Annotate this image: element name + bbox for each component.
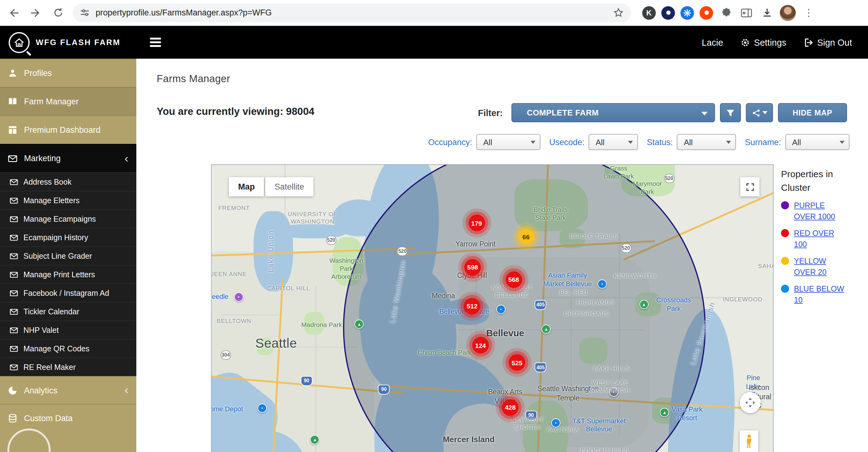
sidebar-marketing-item[interactable]: Address Book (0, 172, 136, 191)
map-poi-icon[interactable]: ▲ (355, 319, 364, 329)
downloads-button[interactable] (760, 5, 774, 20)
sidebar-marketing-item[interactable]: Facebook / Instagram Ad (0, 283, 136, 302)
map-place-label: LAKE HILLS (593, 365, 630, 372)
legend-color-dot (781, 229, 789, 237)
person-icon (8, 68, 17, 78)
filter-select[interactable]: All (785, 134, 849, 150)
extension-snowflake-icon[interactable] (680, 6, 694, 20)
filter-pair-label: Usecode: (549, 137, 585, 147)
sidebar-marketing-item[interactable]: Ecampaign History (0, 228, 136, 246)
filter-select[interactable]: All (677, 134, 736, 150)
sign-out-button[interactable]: Sign Out (804, 37, 852, 47)
map-cluster-marker[interactable]: 179 (468, 215, 485, 231)
screen: propertyprofile.us/FarmsManager.aspx?p=W… (0, 0, 868, 452)
map-cluster-marker[interactable]: 124 (472, 337, 489, 354)
browser-menu-button[interactable]: ⋮ (801, 7, 816, 19)
pegman-icon (745, 433, 753, 450)
extension-k-icon[interactable]: K (642, 6, 656, 20)
legend-color-dot (781, 285, 789, 293)
route-shield: 520 (621, 244, 631, 253)
share-button[interactable] (746, 103, 773, 122)
sidebar-marketing-item[interactable]: Subject Line Grader (0, 246, 136, 265)
browser-profile-avatar[interactable] (780, 5, 796, 21)
map-place-label: FREMONT (218, 204, 250, 212)
extension-red-icon[interactable] (700, 6, 713, 20)
envelope-icon (10, 327, 18, 333)
legend-item-label: PURPLE OVER 1000 (794, 200, 847, 222)
map-view-button[interactable]: Map (229, 177, 264, 196)
sidebar-marketing-item[interactable]: Manage QR Codes (0, 339, 136, 358)
farm-select-value: COMPLETE FARM (527, 108, 599, 117)
filter-select[interactable]: All (476, 134, 541, 150)
map-poi-icon[interactable]: ▲ (310, 435, 319, 444)
sidebar-marketing-item-label: Facebook / Instagram Ad (24, 289, 109, 297)
map-poi-icon[interactable]: ▲ (541, 324, 551, 334)
sidebar-marketing-item[interactable]: Manage Ecampaigns (0, 209, 136, 228)
sidebar-marketing-item[interactable]: Manage Print Letters (0, 265, 136, 283)
snowflake-glyph (684, 9, 691, 17)
sidebar-item-profiles[interactable]: Profiles (0, 59, 136, 87)
sidebar-marketing-item[interactable]: RE Reel Maker (0, 358, 136, 376)
sidebar-marketing-item-label: Ecampaign History (24, 233, 88, 242)
farm-select[interactable]: COMPLETE FARM (512, 103, 715, 122)
satellite-view-button[interactable]: Satellite (265, 177, 313, 196)
map-place-label: CROSSROADS (564, 310, 609, 317)
map-place-label: INGLEWOOD (723, 296, 763, 303)
map-cluster-marker[interactable]: 66 (518, 229, 534, 244)
address-bar[interactable]: propertyprofile.us/FarmsManager.aspx?p=W… (73, 3, 631, 22)
user-name[interactable]: Lacie (702, 37, 723, 47)
side-panel-button[interactable] (739, 5, 754, 20)
filter-button[interactable] (720, 103, 741, 122)
sidebar-item-farm-manager[interactable]: Farm Manager (0, 87, 136, 115)
legend-item: RED OVER 100 (781, 228, 868, 250)
map-poi-icon[interactable]: • (257, 403, 267, 413)
reload-button[interactable] (51, 5, 65, 20)
extension-navy-icon[interactable] (661, 6, 675, 20)
sidebar-item-marketing[interactable]: Marketing ‹ (0, 144, 136, 172)
forward-button[interactable] (28, 5, 43, 20)
url-text[interactable]: propertyprofile.us/FarmsManager.aspx?p=W… (96, 8, 607, 17)
user-avatar[interactable] (7, 428, 51, 452)
map-poi-icon[interactable]: • (234, 293, 243, 302)
map-place-label: QUEEN ANNE (211, 271, 247, 278)
map-cluster-marker[interactable]: 512 (464, 298, 480, 315)
sidebar-item-analytics[interactable]: Analytics ‹ (0, 376, 136, 404)
map-place-label: Medina (432, 291, 455, 301)
pegman-control[interactable] (740, 430, 758, 452)
app-logo[interactable]: WFG FLASH FARM (0, 32, 136, 53)
filter-toolbar: Filter: COMPLETE FARM HIDE MAP (478, 103, 847, 122)
menu-toggle-button[interactable] (150, 38, 161, 47)
bookmark-star-icon[interactable] (613, 7, 624, 18)
hide-map-button[interactable]: HIDE MAP (778, 103, 847, 122)
sidebar-marketing-item[interactable]: NHP Valet (0, 320, 136, 339)
map-poi-icon[interactable]: • (496, 305, 505, 314)
settings-button[interactable]: Settings (740, 37, 786, 47)
map-place-label: CAPITOL HILL (267, 285, 310, 292)
back-button[interactable] (6, 5, 21, 20)
map-poi-icon[interactable]: ▲ (660, 408, 669, 417)
map-cluster-marker[interactable]: 525 (509, 354, 525, 371)
sidebar-marketing-item-label: Address Book (24, 177, 71, 186)
legend-color-dot (781, 257, 789, 265)
sidebar-item-custom-data[interactable]: Custom Data (0, 404, 136, 432)
map-cluster-marker[interactable]: 428 (502, 399, 519, 416)
extensions-puzzle-button[interactable] (719, 5, 734, 20)
map-poi-icon[interactable]: ▲ (639, 300, 648, 309)
street (315, 286, 317, 452)
fullscreen-button[interactable] (740, 177, 760, 196)
sidebar-marketing-item[interactable]: Tickler Calendar (0, 302, 136, 320)
map-place-label: Crossroads Park (656, 296, 691, 313)
map-cluster-marker[interactable]: 598 (464, 259, 481, 276)
map-canvas[interactable]: 520520520520405405909090304 ▲▲▲▲▲•••••• … (211, 164, 774, 452)
sidebar-item-premium-dashboard[interactable]: Premium Dashboard (0, 115, 136, 144)
filter-select[interactable]: All (589, 134, 638, 150)
back-icon (8, 7, 19, 18)
chevron-down-icon (840, 141, 844, 144)
map-poi-icon[interactable]: • (598, 280, 607, 289)
sidebar-item-label: Profiles (24, 68, 52, 78)
map-cluster-marker[interactable]: 568 (505, 272, 522, 288)
page-title: Farms Manager (157, 73, 230, 85)
pan-control[interactable] (740, 392, 761, 413)
sidebar-marketing-item[interactable]: Manage Eletters (0, 191, 136, 209)
gear-icon (740, 37, 750, 47)
